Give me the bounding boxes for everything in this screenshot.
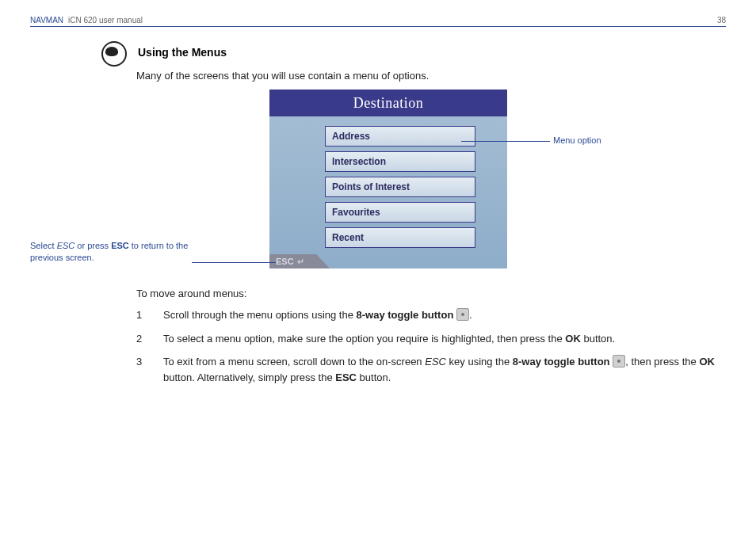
step-2: 2 To select a menu option, make sure the… [136, 331, 726, 347]
menu-item-favourites[interactable]: Favourites [325, 202, 475, 223]
toggle-icon [456, 308, 469, 321]
globe-icon [101, 41, 127, 67]
step-text: Scroll through the menu options using th… [163, 307, 726, 323]
step-1: 1 Scroll through the menu options using … [136, 307, 726, 323]
device-screenshot: Destination Address Intersection Points … [269, 90, 507, 268]
menu-item-poi[interactable]: Points of Interest [325, 177, 475, 197]
esc-button[interactable]: ESC [269, 254, 330, 268]
page-header: NAVMAN iCN 620 user manual 38 [30, 16, 726, 27]
callout-line [461, 141, 550, 142]
toggle-icon [613, 355, 625, 368]
step-number: 1 [136, 307, 163, 323]
figure: Destination Address Intersection Points … [101, 90, 726, 280]
callout-esc-note: Select ESC or press ESC to return to the… [30, 240, 189, 265]
steps-list: 1 Scroll through the menu options using … [136, 307, 726, 385]
device-title: Destination [353, 95, 424, 112]
step-3: 3 To exit from a menu screen, scroll dow… [136, 354, 726, 385]
brand: NAVMAN [30, 16, 63, 25]
step-number: 3 [136, 354, 163, 385]
step-number: 2 [136, 331, 163, 347]
section-intro: Many of the screens that you will use co… [136, 70, 726, 82]
step-text: To exit from a menu screen, scroll down … [163, 354, 726, 385]
menu-item-intersection[interactable]: Intersection [325, 151, 475, 172]
step-text: To select a menu option, make sure the o… [163, 331, 726, 347]
section-title: Using the Menus [138, 46, 227, 59]
device-titlebar: Destination [269, 90, 507, 116]
page-number: 38 [717, 16, 726, 25]
callout-line [192, 262, 276, 263]
doc-title: iCN 620 user manual [68, 16, 143, 25]
menu-item-address[interactable]: Address [325, 126, 475, 147]
callout-menu-option: Menu option [553, 135, 601, 145]
menu-item-recent[interactable]: Recent [325, 227, 475, 248]
body-intro: To move around menus: [136, 288, 726, 299]
